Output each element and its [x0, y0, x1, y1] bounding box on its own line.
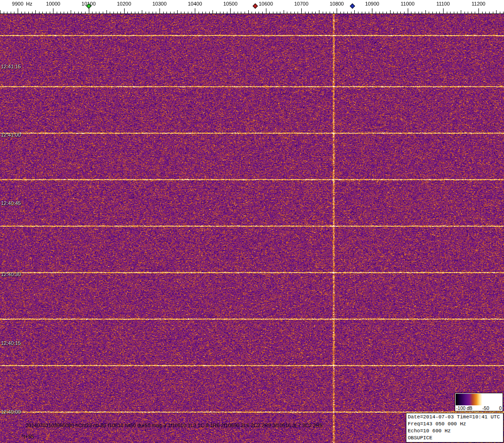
ruler-ticks [0, 0, 504, 14]
colorbar-mid-label: -50 [483, 406, 489, 411]
colorbar-min-label: -100 dB [456, 406, 472, 411]
info-echo-line: Echo=10 600 Hz [408, 428, 502, 435]
detection-annotation: 20140703103955080 hCnt23 nb-83 f10610 hi… [26, 423, 323, 428]
colorbar-legend: -100 dB -50 0 [455, 393, 503, 411]
frequency-ruler[interactable]: 9900100001010010200103001040010500106001… [0, 0, 504, 14]
time-label: 12:40:45 [1, 200, 21, 206]
time-label: 12:40:00 [1, 409, 21, 415]
info-station-line: OBSUPICE [408, 435, 502, 442]
info-frequency-line: Freq=143 050 000 Hz [408, 421, 502, 428]
meteor-spectrogram-window: 9900100001010010200103001040010500106001… [0, 0, 504, 443]
time-label: 12:40:15 [1, 340, 21, 346]
spectrogram-canvas[interactable] [0, 14, 504, 443]
time-label: 12:41:00 [1, 132, 21, 138]
observation-info-box: Date=2014-07-03 Time=10:41 UTC Freq=143 … [406, 413, 504, 443]
colorbar-labels: -100 dB -50 0 [455, 405, 503, 411]
time-label: 12:40:30 [1, 271, 21, 277]
time-label: 12:41:15 [1, 64, 21, 69]
colorbar-gradient [456, 394, 502, 405]
time-offset-label: ^t+55 [21, 434, 34, 439]
waterfall-area[interactable]: 12:41:1512:41:0012:40:4512:40:3012:40:15… [0, 14, 504, 443]
info-date-line: Date=2014-07-03 Time=10:41 UTC [408, 414, 502, 421]
colorbar-max-label: 0 [499, 406, 502, 411]
